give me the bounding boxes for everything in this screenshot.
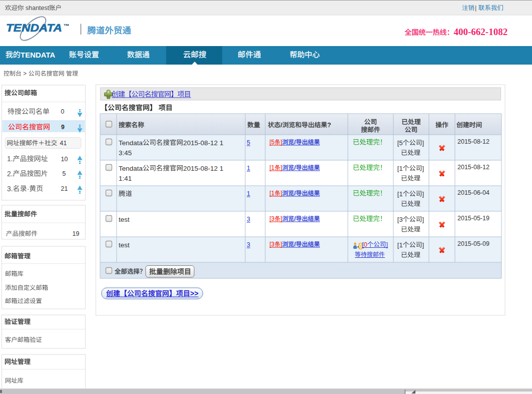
svg-text:[3: [3 (270, 241, 275, 248)
svg-text:]: ] (422, 216, 424, 223)
svg-text:400-662-1082: 400-662-1082 (454, 27, 508, 37)
svg-text:TENDATA: TENDATA (6, 22, 62, 34)
svg-text:]: ] (422, 190, 424, 198)
svg-text:19: 19 (73, 230, 80, 237)
svg-text:|: | (475, 5, 476, 12)
svg-text:]: ] (386, 241, 387, 248)
svg-text:0: 0 (61, 108, 65, 115)
svg-text:5: 5 (247, 139, 250, 146)
svg-text:3.: 3. (7, 185, 13, 193)
svg-text:/: / (281, 121, 283, 129)
svg-text:2.: 2. (7, 170, 13, 178)
svg-text:]: ] (281, 215, 282, 222)
svg-text:1:41: 1:41 (119, 175, 132, 182)
svg-text:2015-06-04: 2015-06-04 (457, 189, 489, 196)
svg-text:[3: [3 (270, 215, 275, 222)
svg-text:2015-08-12 1: 2015-08-12 1 (183, 139, 223, 147)
svg-text:3: 3 (247, 216, 250, 223)
svg-text:3:45: 3:45 (119, 149, 132, 157)
svg-text:3: 3 (247, 241, 250, 248)
svg-text:9: 9 (61, 124, 65, 131)
svg-text:[1: [1 (397, 190, 403, 198)
svg-text:?: ? (327, 121, 331, 129)
svg-text:]: ] (281, 190, 282, 197)
svg-text:1.: 1. (7, 155, 13, 163)
svg-text:2015-08-12 1: 2015-08-12 1 (183, 165, 223, 172)
svg-text:21: 21 (61, 185, 68, 192)
svg-text:2015-05-09: 2015-05-09 (457, 240, 489, 247)
svg-text:2015-08-12: 2015-08-12 (457, 138, 489, 145)
svg-text:5: 5 (63, 170, 66, 177)
svg-text:]: ] (281, 139, 282, 146)
svg-text:]: ] (281, 164, 282, 171)
svg-text:[1: [1 (270, 190, 275, 197)
svg-text:10: 10 (61, 156, 68, 163)
svg-text:2015-05-19: 2015-05-19 (457, 215, 489, 222)
svg-text:2015-08-12: 2015-08-12 (457, 164, 489, 171)
svg-text:>: > (22, 70, 29, 77)
svg-text:[3: [3 (397, 216, 403, 223)
svg-text:41: 41 (60, 140, 67, 147)
svg-text:]: ] (422, 241, 424, 249)
svg-text:[5: [5 (397, 139, 403, 147)
svg-text:™: ™ (64, 23, 70, 30)
svg-text:]: ] (281, 241, 282, 248)
svg-text:TENDATA: TENDATA (21, 51, 56, 59)
svg-text:1: 1 (247, 165, 250, 172)
svg-text:shantest: shantest (24, 5, 50, 12)
svg-text:>>: >> (190, 289, 198, 297)
svg-text:]: ] (422, 165, 424, 172)
svg-text:test: test (119, 216, 130, 223)
svg-text:]: ] (422, 139, 424, 147)
svg-text:[1: [1 (397, 165, 403, 172)
svg-text:[1: [1 (397, 241, 403, 249)
svg-text:0: 0 (364, 241, 367, 248)
svg-text:[1: [1 (270, 164, 275, 171)
svg-text:test: test (119, 241, 130, 249)
svg-text:[5: [5 (270, 139, 275, 146)
svg-text:Tendata: Tendata (119, 139, 143, 147)
svg-text:1: 1 (247, 190, 250, 197)
svg-text:·: · (27, 185, 30, 193)
svg-text:Tendata: Tendata (119, 165, 143, 172)
